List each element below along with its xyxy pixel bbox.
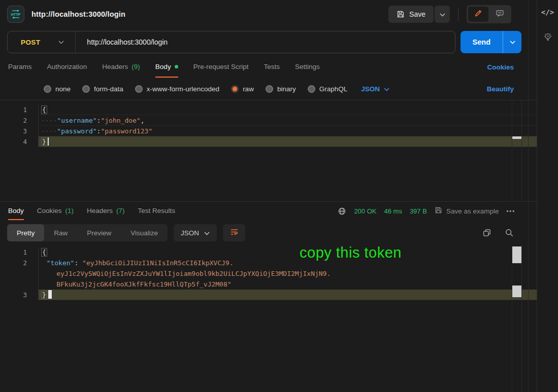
body-type-graphql[interactable]: GraphQL [308, 85, 348, 93]
status-badge[interactable]: 200 OK [354, 207, 376, 215]
radio-icon [135, 85, 143, 93]
comments-button[interactable] [489, 7, 510, 22]
request-title: http://localhost:3000/login [31, 10, 125, 18]
doc-tools-group [467, 5, 511, 23]
chevron-down-icon [204, 229, 210, 237]
response-time[interactable]: 46 ms [384, 207, 402, 215]
beautify-link[interactable]: Beautify [487, 85, 514, 93]
code-line[interactable]: "token": "eyJhbGciOiJIUzI1NiIsInR5cCI6Ik… [39, 258, 537, 268]
response-section: Body Cookies(1) Headers(7) Test Results … [0, 201, 537, 392]
code-line[interactable]: ····"username":"john_doe", [39, 115, 537, 126]
wrap-text-button[interactable] [223, 224, 245, 241]
method-select[interactable]: POST [21, 39, 40, 46]
tab-body[interactable]: Body [155, 56, 178, 78]
search-icon[interactable] [505, 228, 514, 237]
code-line[interactable]: ····"password":"password123" [39, 126, 537, 136]
http-request-icon: HTTP [7, 6, 24, 23]
tab-tests[interactable]: Tests [264, 56, 280, 78]
line-number [0, 268, 39, 279]
tab-settings[interactable]: Settings [295, 56, 320, 78]
lightbulb-icon[interactable] [542, 31, 553, 44]
wrap-text-icon [230, 228, 239, 237]
save-button-label: Save [409, 10, 425, 18]
view-tab-visualize[interactable]: Visualize [121, 224, 168, 241]
tab-params[interactable]: Params [8, 56, 32, 78]
scrollbar-marker[interactable] [512, 286, 521, 297]
svg-text:HTTP: HTTP [11, 12, 21, 16]
body-type-raw[interactable]: raw [231, 85, 254, 93]
body-type-form-data[interactable]: form-data [82, 85, 123, 93]
code-row: 3 ····"password":"password123" [0, 126, 537, 136]
save-button[interactable]: Save [388, 6, 434, 23]
line-number: 4 [0, 136, 39, 147]
cookies-link[interactable]: Cookies [487, 63, 514, 71]
text-cursor [48, 137, 49, 146]
url-input[interactable]: http://localhost:3000/login [87, 38, 168, 46]
view-tab-preview[interactable]: Preview [77, 224, 121, 241]
main-panel: HTTP http://localhost:3000/login Save [0, 0, 537, 392]
body-type-none[interactable]: none [44, 85, 71, 93]
radio-icon [308, 85, 315, 93]
url-divider [75, 31, 76, 53]
modified-dot [175, 65, 178, 68]
request-url-row: POST http://localhost:3000/login Send [0, 28, 537, 56]
more-options-button[interactable]: ••• [506, 208, 515, 214]
body-type-binary[interactable]: binary [266, 85, 296, 93]
send-button[interactable]: Send [461, 31, 503, 53]
pencil-icon [474, 9, 482, 19]
line-number: 2 [0, 115, 39, 126]
save-as-example-button[interactable]: Save as example [435, 206, 499, 216]
request-body-editor: 1 { 2 ····"username":"john_doe", 3 ····"… [0, 100, 537, 201]
scrollbar-track [512, 245, 512, 392]
tab-authorization[interactable]: Authorization [47, 56, 87, 78]
active-code-line[interactable]: } [39, 290, 537, 300]
view-tab-pretty[interactable]: Pretty [7, 224, 44, 241]
code-line[interactable]: BFkuKu3j2jcGK4fooXJkfFkfsc19HllQTp5f_vJ2… [39, 279, 537, 290]
scrollbar-thumb[interactable] [512, 136, 521, 139]
method-chevron-down-icon[interactable] [58, 41, 64, 44]
send-button-group: Send [461, 31, 521, 53]
response-tab-cookies[interactable]: Cookies(1) [37, 202, 74, 220]
line-number: 3 [0, 126, 39, 136]
response-tab-headers[interactable]: Headers(7) [87, 202, 125, 220]
code-line[interactable]: { [39, 104, 537, 115]
code-row: 2 "token": "eyJhbGciOiJIUzI1NiIsInR5cCI6… [0, 258, 537, 268]
url-box: POST http://localhost:3000/login [7, 31, 455, 53]
radio-selected-icon [231, 85, 239, 93]
save-options-button[interactable] [435, 6, 450, 23]
copy-icon[interactable] [482, 228, 491, 237]
active-code-line[interactable]: } [39, 136, 537, 147]
tab-pre-request-script[interactable]: Pre-request Script [193, 56, 249, 78]
send-options-button[interactable] [503, 31, 521, 53]
code-line[interactable]: eyJ1c2VySWQiOjEsInVzZXJuYW1lIjoiam9obl9k… [39, 268, 537, 279]
body-type-urlencoded[interactable]: x-www-form-urlencoded [135, 85, 219, 93]
chevron-down-icon [440, 10, 445, 18]
save-icon [397, 10, 405, 18]
view-tab-raw[interactable]: Raw [44, 224, 77, 241]
comment-icon [496, 9, 504, 19]
panel-right-divider [528, 0, 529, 392]
line-number: 3 [0, 290, 39, 300]
response-tabs: Body Cookies(1) Headers(7) Test Results … [0, 202, 537, 220]
globe-icon [338, 207, 346, 216]
response-size[interactable]: 397 B [410, 207, 427, 215]
line-number: 2 [0, 258, 39, 268]
view-mode-segment: Pretty Raw Preview Visualize [7, 224, 168, 241]
code-line[interactable]: { [39, 247, 537, 258]
response-tab-test-results[interactable]: Test Results [138, 202, 176, 220]
language-select[interactable]: JSON [361, 85, 389, 93]
code-row: 1 { [0, 104, 537, 115]
code-snippet-button[interactable]: </> [541, 8, 554, 16]
text-cursor [48, 290, 52, 299]
radio-icon [82, 85, 90, 93]
tab-headers[interactable]: Headers(9) [102, 56, 140, 78]
code-row: 1 { [0, 247, 537, 258]
response-language-select[interactable]: JSON [174, 224, 217, 241]
code-row: 4 } [0, 136, 537, 147]
scrollbar-track [512, 100, 512, 201]
response-toolbar: Pretty Raw Preview Visualize JSON [0, 220, 537, 245]
response-tab-body[interactable]: Body [8, 202, 24, 220]
scrollbar-thumb[interactable] [512, 246, 521, 263]
edit-pencil-button[interactable] [468, 7, 488, 22]
app-window: HTTP http://localhost:3000/login Save [0, 0, 558, 392]
